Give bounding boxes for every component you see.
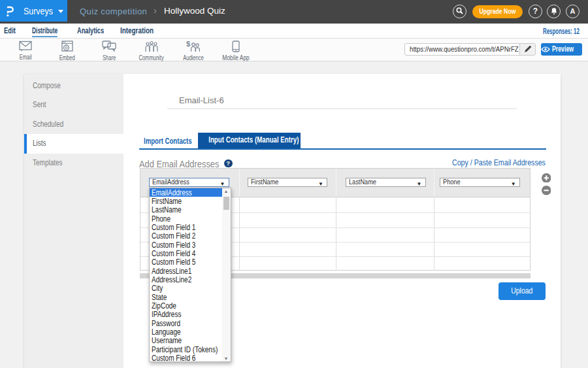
svg-text:$: $: [186, 41, 190, 48]
